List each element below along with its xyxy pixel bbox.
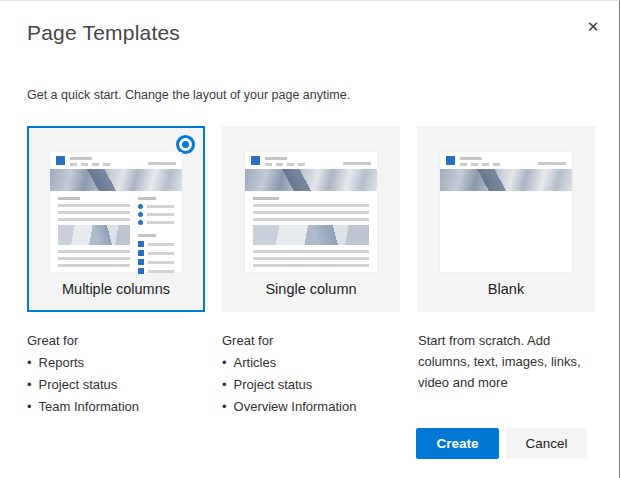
thumb-hero-image: [50, 169, 182, 191]
cancel-button[interactable]: Cancel: [506, 428, 587, 459]
description-multiple-columns: Great for Reports Project status Team In…: [27, 330, 212, 418]
bullet-item: Overview Information: [222, 396, 407, 418]
template-label-single-column: Single column: [222, 281, 400, 297]
bullet-item: Team Information: [27, 396, 212, 418]
thumb-logo-icon: [251, 156, 260, 165]
template-card-single-column[interactable]: Single column: [222, 126, 400, 312]
description-bullet-list: Reports Project status Team Information: [27, 352, 212, 418]
blank-thumbnail: [440, 152, 572, 272]
bullet-item: Project status: [222, 374, 407, 396]
thumb-inline-image: [58, 225, 130, 245]
thumb-hero-image: [440, 169, 572, 191]
close-icon: ✕: [587, 18, 600, 35]
template-label-multiple-columns: Multiple columns: [29, 281, 203, 297]
thumb-logo-icon: [446, 156, 455, 165]
single-column-thumbnail: [245, 152, 377, 272]
description-single-column: Great for Articles Project status Overvi…: [222, 330, 407, 418]
thumb-inline-image: [253, 225, 369, 245]
template-label-blank: Blank: [417, 281, 595, 297]
dialog-title: Page Templates: [27, 21, 180, 45]
description-heading: Great for: [27, 330, 212, 352]
dialog-subtitle: Get a quick start. Change the layout of …: [27, 88, 350, 102]
page-templates-dialog: ✕ Page Templates Get a quick start. Chan…: [0, 0, 620, 478]
thumb-logo-icon: [56, 156, 65, 165]
template-card-blank[interactable]: Blank: [417, 126, 595, 312]
description-bullet-list: Articles Project status Overview Informa…: [222, 352, 407, 418]
multiple-columns-thumbnail: [50, 152, 182, 272]
thumb-hero-image: [245, 169, 377, 191]
bullet-item: Reports: [27, 352, 212, 374]
template-card-list: Multiple columns Single column: [27, 126, 595, 312]
template-card-multiple-columns[interactable]: Multiple columns: [27, 126, 205, 312]
create-button[interactable]: Create: [416, 428, 499, 459]
bullet-item: Project status: [27, 374, 212, 396]
description-blank: Start from scratch. Add columns, text, i…: [418, 330, 594, 393]
bullet-item: Articles: [222, 352, 407, 374]
description-heading: Great for: [222, 330, 407, 352]
close-button[interactable]: ✕: [579, 13, 607, 41]
